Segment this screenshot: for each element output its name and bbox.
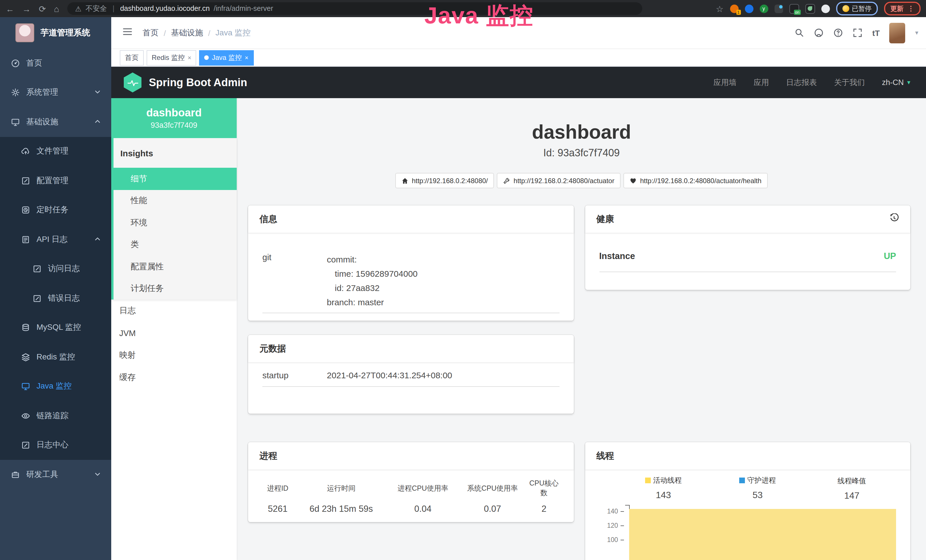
home-icon[interactable]: ⌂ <box>54 4 59 13</box>
sba-brand-title[interactable]: Spring Boot Admin <box>149 76 247 89</box>
insights-section-label: Insights <box>113 138 237 168</box>
history-icon[interactable] <box>889 213 899 225</box>
pen-square-icon <box>21 441 30 450</box>
sidebar-item-redis-monitor[interactable]: Redis 监控 <box>0 342 111 372</box>
pen-square-icon <box>33 294 42 303</box>
extension-icon-grid[interactable] <box>774 4 783 13</box>
reload-icon[interactable]: ⟳ <box>39 4 46 13</box>
url-bar[interactable]: ⚠ 不安全 | dashboard.yudao.iocoder.cn/infra… <box>67 2 642 15</box>
health-card-title: 健康 <box>596 213 614 225</box>
github-icon[interactable] <box>814 28 824 38</box>
sba-nav-wallboard[interactable]: 应用墙 <box>713 77 736 88</box>
sidebar-item-access-logs[interactable]: 访问日志 <box>0 254 111 283</box>
sba-instance-header[interactable]: dashboard 93a3fc7f7409 <box>111 98 237 138</box>
edit-square-icon <box>21 176 30 185</box>
sba-item-caches[interactable]: 缓存 <box>111 366 237 389</box>
dashboard-icon <box>11 59 20 68</box>
info-git-row: git commit: time: 1596289704000 id: 27aa… <box>262 252 559 313</box>
active-tab-dot <box>204 55 209 60</box>
monitor-icon <box>11 118 20 127</box>
sba-item-mappings[interactable]: 映射 <box>111 344 237 366</box>
sidebar-collapse-icon[interactable] <box>123 27 132 39</box>
security-label[interactable]: 不安全 <box>86 4 107 14</box>
user-avatar[interactable] <box>890 23 905 43</box>
sba-item-config-props[interactable]: 配置属性 <box>113 256 237 278</box>
sba-navbar: Spring Boot Admin 应用墙 应用 日志报表 关于我们 zh-CN… <box>111 67 926 98</box>
sidebar-item-file-management[interactable]: 文件管理 <box>0 137 111 166</box>
sidebar-item-log-center[interactable]: 日志中心 <box>0 430 111 460</box>
metadata-card-title: 元数据 <box>260 343 286 354</box>
tab-home[interactable]: 首页 <box>120 50 144 65</box>
tab-redis-monitor[interactable]: Redis 监控 × <box>147 50 197 65</box>
service-url-button[interactable]: http://192.168.0.2:48080/ <box>395 173 494 188</box>
breadcrumb-infra[interactable]: 基础设施 <box>171 28 203 38</box>
sidebar-item-infra[interactable]: 基础设施 <box>0 107 111 137</box>
process-card-title: 进程 <box>260 450 277 462</box>
health-card: 健康 Instance UP <box>585 206 910 290</box>
metadata-card: 元数据 startup 2021-04-27T00:44:31.254+08:0… <box>248 335 573 414</box>
threads-area-series <box>629 509 896 560</box>
sba-nav-about[interactable]: 关于我们 <box>834 77 865 88</box>
sidebar-item-tracing[interactable]: 链路追踪 <box>0 401 111 430</box>
sidebar-item-java-monitor[interactable]: Java 监控 <box>0 372 111 401</box>
breadcrumb-home[interactable]: 首页 <box>142 28 159 38</box>
search-icon[interactable] <box>795 28 805 38</box>
sidebar-item-mysql-monitor[interactable]: MySQL 监控 <box>0 313 111 342</box>
sba-nav-applications[interactable]: 应用 <box>754 77 769 88</box>
sba-item-logs[interactable]: 日志 <box>111 300 237 322</box>
home-icon <box>401 177 409 184</box>
profile-paused-pill[interactable]: 已暂停 <box>836 2 878 15</box>
extension-icon-switch[interactable]: on <box>789 4 799 14</box>
sba-item-metrics[interactable]: 性能 <box>113 190 237 212</box>
chevron-down-icon: ▾ <box>907 79 910 86</box>
tab-java-monitor[interactable]: Java 监控 × <box>199 50 254 65</box>
chevron-up-icon <box>94 235 101 244</box>
bookmark-star-icon[interactable]: ☆ <box>716 4 723 13</box>
layers-icon <box>21 353 30 362</box>
extension-icon-orange[interactable]: 1 <box>730 4 738 13</box>
extension-icon-leaf[interactable] <box>805 4 815 14</box>
sidebar-item-system[interactable]: 系统管理 <box>0 78 111 107</box>
sidebar-item-dev-tools[interactable]: 研发工具 <box>0 460 111 489</box>
health-instance-row: Instance UP <box>599 251 896 272</box>
threads-card-title: 线程 <box>596 450 614 462</box>
font-size-icon[interactable]: tT <box>872 28 880 37</box>
sidebar-item-scheduled-jobs[interactable]: 定时任务 <box>0 195 111 225</box>
sba-item-scheduled-tasks[interactable]: 计划任务 <box>113 278 237 300</box>
info-card: 信息 git commit: time: 1596289704000 id: 2… <box>248 206 573 321</box>
sba-item-environment[interactable]: 环境 <box>113 212 237 234</box>
actuator-url-button[interactable]: http://192.168.0.2:48080/actuator <box>497 173 621 188</box>
extensions-puzzle-icon[interactable] <box>821 4 830 13</box>
browser-menu-icon[interactable]: ⋮ <box>908 5 914 12</box>
sidebar-item-api-logs[interactable]: API 日志 <box>0 225 111 254</box>
app-logo-row[interactable]: 芋道管理系统 <box>0 17 111 48</box>
extension-icon-pin[interactable] <box>744 4 753 13</box>
app-title: 芋道管理系统 <box>41 27 90 38</box>
pen-square-icon <box>33 265 42 274</box>
fullscreen-icon[interactable] <box>853 28 863 38</box>
gear-icon <box>11 88 20 97</box>
chrome-update-button[interactable]: 更新 ⋮ <box>884 2 921 15</box>
info-card-title: 信息 <box>260 213 277 225</box>
url-separator: | <box>113 5 115 12</box>
paused-label: 已暂停 <box>852 4 872 13</box>
extension-icon-green-y[interactable]: y <box>760 4 768 13</box>
close-icon[interactable]: × <box>188 54 191 61</box>
sba-item-jvm[interactable]: JVM <box>111 322 237 344</box>
infra-submenu: 文件管理 配置管理 定时任务 API 日志 <box>0 137 111 460</box>
help-icon[interactable] <box>834 28 843 38</box>
back-icon[interactable]: ← <box>6 4 14 13</box>
sidebar-item-config-management[interactable]: 配置管理 <box>0 166 111 195</box>
forward-icon[interactable]: → <box>22 4 31 13</box>
sba-locale-select[interactable]: zh-CN ▾ <box>882 78 910 87</box>
status-badge: UP <box>884 251 896 261</box>
threads-legend: 活动线程 143 守护进程 53 <box>616 475 899 501</box>
sba-item-classes[interactable]: 类 <box>113 234 237 256</box>
sidebar-item-error-logs[interactable]: 错误日志 <box>0 283 111 313</box>
sba-nav-journal[interactable]: 日志报表 <box>786 77 817 88</box>
user-menu-caret-icon[interactable]: ▾ <box>915 29 918 36</box>
close-icon[interactable]: × <box>245 54 248 61</box>
sba-item-details[interactable]: 细节 <box>111 168 237 190</box>
sidebar-item-home[interactable]: 首页 <box>0 48 111 78</box>
health-url-button[interactable]: http://192.168.0.2:48080/actuator/health <box>623 173 768 188</box>
